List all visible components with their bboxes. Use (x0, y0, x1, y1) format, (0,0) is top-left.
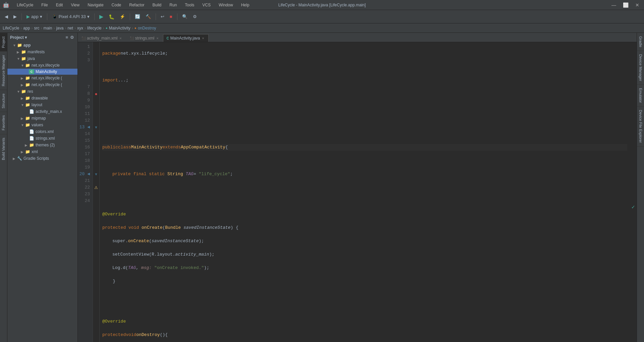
close-button[interactable]: ✕ (633, 2, 641, 8)
menu-window[interactable]: Window (217, 2, 235, 8)
minimize-button[interactable]: — (609, 2, 618, 8)
tree-item-drawable[interactable]: ▶ 📁 drawable (7, 95, 77, 101)
rerun-button[interactable]: ↩ (159, 13, 166, 20)
editor-content[interactable]: 1 2 3 4 5 6 7 8 9 10 11 12 13 ◀ 14 15 16… (78, 42, 637, 342)
chevron-collapsed-gradle: ▶ (13, 157, 17, 160)
tree-item-activity-main-xml[interactable]: 📄 activity_main.x (7, 108, 77, 115)
side-tab-emulator[interactable]: Emulator (637, 85, 644, 107)
code-editor: ⬛ activity_main.xml × ⬛ strings.xml × C … (78, 33, 637, 342)
breadcrumb-mainactivity[interactable]: ● MainActivity (106, 26, 130, 30)
tree-item-layout[interactable]: ▼ 📁 layout (7, 101, 77, 108)
code-line-3: import ...; (102, 77, 627, 84)
side-tab-structure[interactable]: Structure (0, 90, 7, 112)
tab-mainactivity-java[interactable]: C MainActivity.java × (163, 34, 209, 42)
side-tab-build-variants[interactable]: Build Variants (0, 134, 7, 163)
tree-item-app[interactable]: ▼ 📁 app (7, 42, 77, 49)
tab-close-activity-main[interactable]: × (119, 36, 122, 40)
chevron-collapsed-themes: ▶ (25, 143, 29, 147)
tab-activity-main-xml[interactable]: ⬛ activity_main.xml × (78, 34, 126, 42)
tab-close-mainactivity[interactable]: × (201, 36, 205, 40)
menu-view[interactable]: View (69, 2, 82, 8)
maximize-button[interactable]: ⬜ (621, 2, 631, 8)
breadcrumb-src[interactable]: src (34, 26, 39, 30)
breadcrumb-java[interactable]: java (56, 26, 63, 30)
tree-item-values[interactable]: ▼ 📁 values (7, 122, 77, 128)
profile-button[interactable]: ⚡ (118, 13, 127, 20)
search-everywhere-button[interactable]: 🔍 (180, 13, 190, 20)
side-tab-device-manager[interactable]: Device Manager (637, 51, 644, 85)
tree-label-res: res (28, 89, 33, 94)
menu-refactor[interactable]: Refactor (127, 2, 146, 8)
folder-icon-net3: 📁 (25, 82, 30, 87)
chevron-collapsed-drawable: ▶ (21, 96, 25, 100)
code-line-4 (102, 90, 627, 97)
tree-item-java[interactable]: ▼ 📁 java (7, 55, 77, 62)
run-config-button[interactable]: ▶ app ▾ (24, 13, 44, 20)
folder-icon-net-xyx: 📁 (25, 63, 30, 68)
tab-strings-xml[interactable]: ⬛ strings.xml × (126, 34, 163, 42)
debug-button[interactable]: 🐛 (107, 13, 116, 21)
menu-vcs[interactable]: VCS (200, 2, 213, 8)
tree-item-mipmap[interactable]: ▶ 📁 mipmap (7, 115, 77, 122)
code-content[interactable]: package net.xyx.lifecycle; import ...; p… (100, 42, 630, 342)
menu-run[interactable]: Run (167, 2, 179, 8)
tree-item-net-xyx-lifecycle[interactable]: ▼ 📁 net.xyx.lifecycle (7, 62, 77, 69)
tree-item-mainactivity[interactable]: C MainActivity (7, 69, 77, 75)
collapse-all-button[interactable]: ≡ (65, 34, 69, 41)
tree-item-xml[interactable]: ▶ 📁 xml (7, 148, 77, 155)
line-numbers: 1 2 3 4 5 6 7 8 9 10 11 12 13 ◀ 14 15 16… (78, 42, 93, 342)
tree-item-manifests[interactable]: ▶ 📁 manifests (7, 49, 77, 55)
side-tab-gradle[interactable]: Gradle (637, 33, 644, 51)
window-controls: — ⬜ ✕ (609, 2, 641, 8)
xml-tab-icon-2: ⬛ (130, 37, 134, 40)
stop-button[interactable]: ■ (168, 13, 174, 20)
menu-lifecycle[interactable]: LifeCycle (15, 2, 35, 8)
side-tab-device-file-explorer[interactable]: Device File Explorer (637, 107, 644, 146)
tree-item-net-xyx-lifecycle3[interactable]: ▶ 📁 net.xyx.lifecycle ( (7, 81, 77, 88)
gradle-icon-tree: 🔧 (17, 156, 22, 161)
breadcrumb-lifecycle2[interactable]: lifecycle (87, 26, 102, 30)
breadcrumb-main[interactable]: main (43, 26, 52, 30)
xml-tab-icon: ⬛ (82, 37, 86, 40)
breadcrumb-net[interactable]: net (67, 26, 73, 30)
project-tree: Project ▾ ≡ ⚙ ▼ 📁 app ▶ 📁 manifests ▼ 📁 … (7, 33, 78, 342)
menu-edit[interactable]: Edit (54, 2, 65, 8)
tab-close-strings[interactable]: × (156, 36, 159, 40)
breadcrumb-lifecycle[interactable]: LifeCycle (3, 26, 19, 30)
settings-icon-button[interactable]: ⚙ (69, 34, 75, 41)
toolbar: ◀ ▶ ▶ app ▾ 📱 Pixel 4 API 33 ▾ ▶ 🐛 ⚡ 🔄 🔨… (0, 10, 644, 23)
forward-button[interactable]: ▶ (11, 13, 19, 20)
side-tab-project[interactable]: Project (0, 33, 7, 51)
menu-file[interactable]: File (39, 2, 50, 8)
run-button[interactable]: ▶ (97, 12, 105, 21)
settings-button[interactable]: ⚙ (191, 13, 199, 20)
menu-tools[interactable]: Tools (183, 2, 196, 8)
tree-item-colors-xml[interactable]: 📄 colors.xml (7, 128, 77, 135)
breadcrumb-app[interactable]: app (23, 26, 30, 30)
chevron-collapsed-2: ▶ (21, 76, 25, 80)
api-selector-button[interactable]: 📱 Pixel 4 API 33 ▾ (50, 13, 92, 20)
chevron-collapsed-xml: ▶ (21, 150, 25, 154)
left-sidebar-tabs: Project Resource Manager Structure Favor… (0, 33, 7, 342)
back-button[interactable]: ◀ (3, 13, 10, 20)
code-line-5 (102, 104, 627, 111)
side-tab-favorites[interactable]: Favorites (0, 112, 7, 134)
make-button[interactable]: 🔨 (144, 13, 153, 20)
menu-build[interactable]: Build (151, 2, 164, 8)
tree-item-themes[interactable]: ▶ 📁 themes (2) (7, 142, 77, 148)
chevron-collapsed: ▶ (17, 50, 21, 54)
tree-item-net-xyx-lifecycle2[interactable]: ▶ 📁 net.xyx.lifecycle ( (7, 75, 77, 81)
sync-button[interactable]: 🔄 (133, 13, 142, 20)
tree-item-strings-xml[interactable]: 📄 strings.xml (7, 135, 77, 142)
folder-icon-layout: 📁 (25, 102, 30, 108)
breadcrumb-ondestroy[interactable]: ● onDestroy (135, 26, 156, 30)
side-tab-resource-manager[interactable]: Resource Manager (0, 51, 7, 90)
file-saved-check: ✓ (631, 204, 635, 210)
menu-navigate[interactable]: Navigate (86, 2, 105, 8)
tree-item-res[interactable]: ▼ 📁 res (7, 88, 77, 95)
tree-item-gradle-scripts[interactable]: ▶ 🔧 Gradle Scripts (7, 155, 77, 162)
menu-help[interactable]: Help (239, 2, 252, 8)
menu-code[interactable]: Code (110, 2, 123, 8)
breadcrumb-xyx[interactable]: xyx (77, 26, 83, 30)
tab-label-strings: strings.xml (135, 36, 154, 41)
